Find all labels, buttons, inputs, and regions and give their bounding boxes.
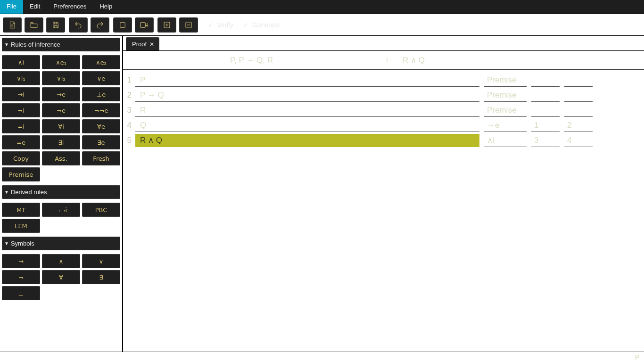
formula-cell[interactable]: Q	[135, 119, 479, 132]
rule-cell[interactable]: →e	[484, 119, 527, 132]
proof-row: 3RPremise	[123, 103, 641, 118]
rule-button[interactable]: →	[2, 254, 40, 268]
ref1-cell[interactable]	[531, 74, 560, 87]
rule-button[interactable]: Copy	[2, 151, 40, 165]
box-down-button[interactable]	[135, 17, 154, 33]
statusbar: P	[0, 352, 644, 362]
formula-cell[interactable]: R ∧ Q	[135, 134, 479, 147]
rule-button[interactable]: Fresh	[82, 151, 120, 165]
rule-button[interactable]: ∃	[82, 270, 120, 284]
sequent-row: P, P → Q, R ⊢ R ∧ Q	[123, 51, 644, 70]
rule-button[interactable]: ∀e	[82, 119, 120, 133]
ref1-cell[interactable]: 3	[531, 134, 560, 147]
proof-row: 5R ∧ Q∧i34	[123, 133, 641, 148]
rule-button[interactable]: ∨e	[82, 71, 120, 85]
ref1-cell[interactable]	[531, 89, 560, 102]
rule-button[interactable]: ⊥e	[82, 87, 120, 101]
rule-cell[interactable]: Premise	[484, 104, 527, 117]
rule-button[interactable]: ⊥	[2, 286, 40, 300]
rule-button[interactable]: →e	[42, 87, 80, 101]
formula-cell[interactable]: P	[135, 74, 479, 87]
status-text: P	[635, 354, 639, 361]
formula-cell[interactable]: P → Q	[135, 89, 479, 102]
open-file-button[interactable]	[25, 17, 43, 33]
rule-button[interactable]: =i	[2, 119, 40, 133]
rule-button[interactable]: ¬e	[42, 103, 80, 117]
rule-button[interactable]: ∧e₂	[82, 55, 120, 69]
ref2-cell[interactable]: 2	[564, 119, 593, 132]
rule-cell[interactable]: Premise	[484, 74, 527, 87]
line-number: 2	[123, 90, 135, 100]
menubar: FileEditPreferencesHelp	[0, 0, 644, 14]
panel-head[interactable]: Symbols	[2, 237, 120, 250]
check-icon: ✓	[243, 22, 249, 28]
rule-button[interactable]: ∧i	[2, 55, 40, 69]
generate-toggle[interactable]: ✓ Generate	[243, 21, 280, 29]
panel-head[interactable]: Derived rules	[2, 185, 120, 199]
rule-button[interactable]: =e	[2, 135, 40, 149]
panel-head[interactable]: Rules of inference	[2, 38, 120, 51]
rule-button[interactable]: →i	[2, 87, 40, 101]
rule-button[interactable]: LEM	[2, 219, 40, 233]
sidebar: Rules of inference∧i∧e₁∧e₂∨i₁∨i₂∨e→i→e⊥e…	[0, 36, 123, 352]
ref2-cell[interactable]	[564, 104, 593, 117]
ref2-cell[interactable]	[564, 89, 593, 102]
rule-button[interactable]: ∧	[42, 254, 80, 268]
rule-button[interactable]: Premise	[2, 167, 40, 181]
rule-button[interactable]: ∨i₂	[42, 71, 80, 85]
rule-cell[interactable]: Premise	[484, 89, 527, 102]
line-number: 3	[123, 106, 135, 115]
rule-cell[interactable]: ∧i	[484, 134, 527, 147]
main-area: Proof ✕ P, P → Q, R ⊢ R ∧ Q 1PPremise2P …	[123, 36, 644, 352]
rule-button[interactable]: ∀	[42, 270, 80, 284]
ref1-cell[interactable]: 1	[531, 119, 560, 132]
rule-button[interactable]: ∃i	[42, 135, 80, 149]
svg-rect-0	[120, 22, 125, 27]
menu-help[interactable]: Help	[93, 0, 119, 14]
ref1-cell[interactable]	[531, 104, 560, 117]
proof-area: 1PPremise2P → QPremise3RPremise4Q→e125R …	[123, 70, 644, 352]
generate-label: Generate	[252, 21, 280, 29]
rule-button[interactable]: ∀i	[42, 119, 80, 133]
proof-row: 2P → QPremise	[123, 88, 641, 103]
box-button[interactable]	[113, 17, 132, 33]
menu-preferences[interactable]: Preferences	[47, 0, 93, 14]
rule-button[interactable]: ∨	[82, 254, 120, 268]
verify-toggle[interactable]: ✓ Verify	[207, 21, 233, 29]
ref2-cell[interactable]: 4	[564, 134, 593, 147]
rule-button[interactable]: ¬¬e	[82, 103, 120, 117]
toolbar: ✓ Verify ✓ Generate	[0, 14, 644, 36]
verify-label: Verify	[217, 21, 233, 29]
rule-button[interactable]: MT	[2, 203, 40, 217]
rule-button[interactable]: ∨i₁	[2, 71, 40, 85]
sequent-left[interactable]: P, P → Q, R	[123, 56, 380, 65]
proof-row: 1PPremise	[123, 73, 641, 88]
close-icon[interactable]: ✕	[149, 41, 154, 48]
tab-proof[interactable]: Proof ✕	[126, 37, 159, 50]
rule-button[interactable]: ∃e	[82, 135, 120, 149]
sequent-right[interactable]: R ∧ Q	[399, 55, 644, 65]
redo-button[interactable]	[91, 17, 109, 33]
new-file-button[interactable]	[3, 17, 22, 33]
save-file-button[interactable]	[46, 17, 65, 33]
rule-button[interactable]: PBC	[82, 203, 120, 217]
remove-row-button[interactable]	[179, 17, 198, 33]
add-row-button[interactable]	[157, 17, 176, 33]
rule-button[interactable]: Ass.	[42, 151, 80, 165]
undo-button[interactable]	[69, 17, 88, 33]
svg-rect-1	[140, 22, 146, 27]
menu-file[interactable]: File	[0, 0, 23, 14]
rule-button[interactable]: ∧e₁	[42, 55, 80, 69]
line-number: 5	[123, 136, 135, 145]
menu-edit[interactable]: Edit	[23, 0, 47, 14]
line-number: 4	[123, 121, 135, 130]
rule-button[interactable]: ¬	[2, 270, 40, 284]
tab-bar: Proof ✕	[123, 36, 644, 51]
line-number: 1	[123, 75, 135, 85]
formula-cell[interactable]: R	[135, 104, 479, 117]
tab-label: Proof	[132, 41, 147, 48]
rule-button[interactable]: ¬¬i	[42, 203, 80, 217]
rule-button[interactable]: ¬i	[2, 103, 40, 117]
ref2-cell[interactable]	[564, 74, 593, 87]
turnstile-symbol: ⊢	[380, 55, 399, 65]
